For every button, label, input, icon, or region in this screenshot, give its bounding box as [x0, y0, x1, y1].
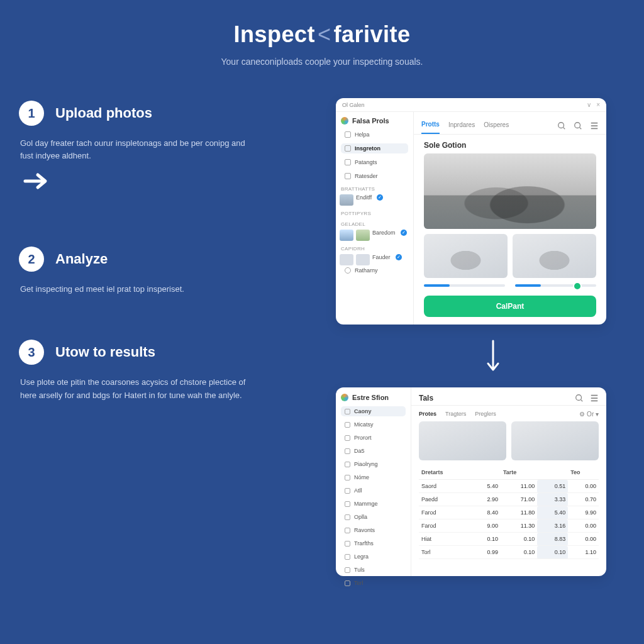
upload-app-card: Ol Galen ∨× Falsa Prols Helpa Insgreton …	[336, 98, 606, 325]
sidebar-item[interactable]: Trarfths	[341, 538, 406, 548]
sidebar-item[interactable]: Insgreton	[341, 143, 408, 153]
brand-logo-icon	[341, 117, 348, 125]
sidebar-item[interactable]: Helpa	[341, 130, 408, 140]
tab-other[interactable]: Oisperes	[484, 118, 509, 133]
page-title: Tals	[419, 394, 433, 402]
table-header	[537, 465, 568, 480]
table-row[interactable]: Saord5.4011.000.510.00	[419, 480, 599, 493]
check-icon: ✓	[401, 230, 407, 236]
tab-photos[interactable]: Protts	[421, 117, 440, 134]
window-controls[interactable]: ∨×	[587, 101, 600, 108]
sidebar-item[interactable]: Tuls	[341, 565, 406, 575]
thumb-icon[interactable]	[356, 230, 370, 241]
sidebar-item[interactable]: Ratesder	[341, 171, 408, 181]
page-title: Inspect<farivite	[0, 21, 644, 48]
sidebar-item[interactable]: Terl	[341, 578, 406, 588]
sidebar-group-head: Bratthatts	[341, 186, 408, 192]
sidebar-item[interactable]: Piaolryng	[341, 459, 406, 469]
table-row[interactable]: Paedd2.9071.003.330.70	[419, 493, 599, 506]
search-icon[interactable]	[574, 121, 582, 130]
photo-thumb[interactable]	[511, 421, 599, 460]
sidebar-item[interactable]: Da5	[341, 446, 406, 456]
check-icon: ✓	[396, 254, 402, 260]
sidebar-item[interactable]: Ratharny	[341, 265, 408, 275]
table-row[interactable]: Farod8.4011.805.409.90	[419, 506, 599, 519]
sidebar-item[interactable]: Atll	[341, 486, 406, 496]
sidebar-item[interactable]: Nóme	[341, 472, 406, 482]
table-row[interactable]: Hiat0.100.108.830.00	[419, 533, 599, 546]
table-row[interactable]: Torl0.990.100.101.10	[419, 546, 599, 559]
results-app-card: Estre Sfion CaonyMicatsyProrortDa5Piaolr…	[336, 387, 606, 576]
primary-cta-button[interactable]: CalPant	[424, 296, 596, 317]
step-title-2: Analyze	[55, 251, 108, 267]
step-badge-2: 2	[19, 247, 44, 272]
tab[interactable]: Preglers	[475, 411, 496, 418]
table-header	[470, 465, 501, 480]
thumb-icon[interactable]	[340, 194, 353, 206]
search-icon[interactable]	[575, 394, 584, 402]
sidebar-nav: Helpa Insgreton Patangts Ratesder	[341, 130, 408, 181]
window-title: Ol Galen	[342, 102, 365, 108]
tab[interactable]: Protes	[419, 411, 436, 418]
svg-point-1	[575, 122, 580, 128]
table-header: Teo	[568, 465, 599, 480]
sidebar-item[interactable]: Prorort	[341, 433, 406, 443]
photo-thumb[interactable]	[419, 421, 506, 460]
check-icon: ✓	[377, 194, 383, 201]
step-desc-1: Gol day freater tach ourur inspletonags …	[20, 137, 247, 162]
progress-bar[interactable]	[424, 284, 505, 287]
step-badge-3: 3	[19, 340, 44, 365]
arrow-right-icon	[23, 167, 50, 195]
tab-inspections[interactable]: Inprdares	[448, 118, 475, 133]
sidebar-item[interactable]: Oplla	[341, 512, 406, 522]
svg-point-0	[558, 122, 564, 128]
thumb-icon[interactable]	[340, 254, 353, 265]
photo-thumb[interactable]	[424, 234, 508, 278]
sidebar-item[interactable]: Patangts	[341, 157, 408, 167]
step-badge-1: 1	[19, 101, 44, 126]
list-icon[interactable]	[590, 121, 599, 130]
photo-thumb[interactable]	[513, 234, 596, 278]
list-icon[interactable]	[590, 394, 599, 402]
table-header: Tarte	[501, 465, 537, 480]
results-table: DretartsTarteTeo Saord5.4011.000.510.00P…	[419, 465, 599, 559]
tab[interactable]: Tragters	[445, 411, 466, 418]
sidebar-item[interactable]: Micatsy	[341, 419, 406, 430]
sidebar-item[interactable]: Mammge	[341, 499, 406, 509]
app-brand: Estre Sfion	[341, 394, 406, 401]
arrow-down-icon	[336, 340, 644, 377]
step-title-1: Upload photos	[55, 105, 152, 121]
svg-point-2	[576, 395, 582, 401]
sidebar-group-head: Capidrh	[341, 246, 408, 252]
step-title-3: Utow to results	[55, 344, 155, 360]
thumb-icon[interactable]	[340, 230, 353, 241]
app-brand: Falsa Prols	[341, 117, 408, 125]
table-header: Dretarts	[419, 465, 470, 480]
brand-logo-icon	[341, 394, 348, 401]
search-icon[interactable]	[557, 121, 566, 130]
progress-slider[interactable]	[515, 284, 596, 287]
sidebar-nav: CaonyMicatsyProrortDa5PiaolryngNómeAtllM…	[341, 406, 406, 588]
sidebar-group-head: Pottipyrs	[341, 211, 408, 216]
sidebar-item[interactable]: Caony	[341, 406, 406, 416]
photo-large[interactable]	[424, 153, 596, 229]
sidebar-group-head: Geladel	[341, 221, 408, 227]
sidebar-item[interactable]: Legra	[341, 552, 406, 562]
step-desc-2: Get inspecting ed meet iel prat top insp…	[20, 283, 247, 296]
table-row[interactable]: Farod9.0011.303.160.00	[419, 519, 599, 533]
section-title: Sole Gotion	[414, 135, 606, 153]
settings-dropdown[interactable]: ⚙ Or ▾	[579, 411, 599, 418]
thumb-icon[interactable]	[356, 254, 370, 265]
sidebar-item[interactable]: Ravonts	[341, 525, 406, 535]
page-subtitle: Your caneconiploads coople your inspecti…	[0, 57, 644, 67]
step-desc-3: Use plote ote pitin the coarsones acysic…	[20, 376, 247, 401]
